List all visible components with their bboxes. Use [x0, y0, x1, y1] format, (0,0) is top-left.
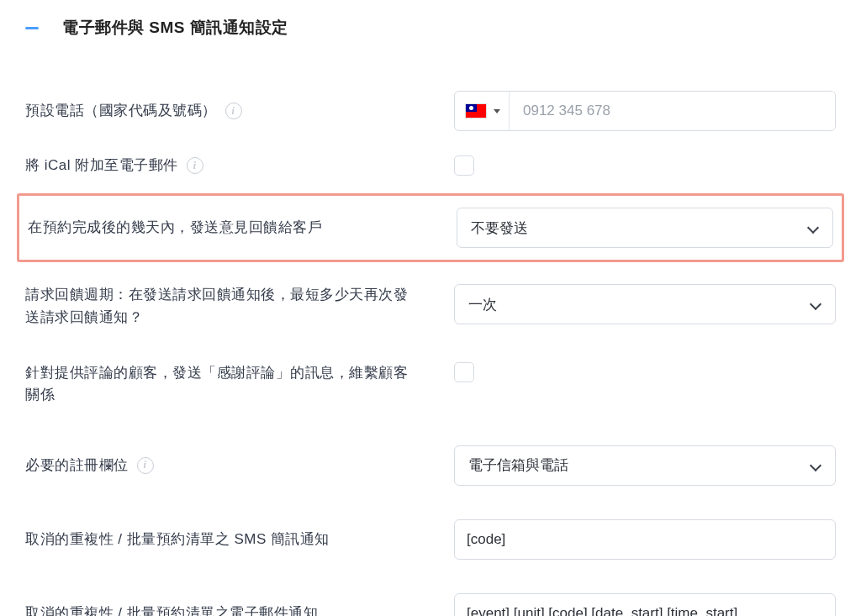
- highlighted-setting: 在預約完成後的幾天內，發送意見回饋給客戶 不要發送: [17, 193, 844, 262]
- row-default-phone: 預設電話（國家代碼及號碼） i: [25, 79, 836, 143]
- label-feedback-after: 在預約完成後的幾天內，發送意見回饋給客戶: [28, 217, 322, 239]
- flag-taiwan-icon: [465, 103, 487, 118]
- row-cancel-email: 取消的重複性 / 批量預約清單之電子郵件通知: [25, 571, 836, 616]
- info-icon[interactable]: i: [225, 103, 242, 119]
- row-required-fields: 必要的註冊欄位 i 電子信箱與電話: [25, 427, 836, 498]
- select-value: 一次: [468, 295, 497, 314]
- info-icon[interactable]: i: [187, 157, 203, 174]
- section-title: 電子郵件與 SMS 簡訊通知設定: [62, 17, 288, 39]
- label-required-fields: 必要的註冊欄位: [25, 455, 129, 476]
- chevron-down-icon: [810, 298, 821, 310]
- cancel-sms-input[interactable]: [454, 519, 836, 560]
- row-feedback-period: 請求回饋週期：在發送請求回饋通知後，最短多少天再次發送請求回饋通知？ 一次: [25, 271, 836, 349]
- info-icon[interactable]: i: [137, 457, 154, 474]
- label-attach-ical: 將 iCal 附加至電子郵件: [25, 155, 178, 176]
- phone-number-input[interactable]: [510, 92, 835, 130]
- collapse-icon[interactable]: [25, 27, 39, 29]
- country-code-select[interactable]: [455, 92, 510, 130]
- select-value: 電子信箱與電話: [468, 455, 568, 475]
- row-thank-review: 針對提供評論的顧客，發送「感謝評論」的訊息，維繫顧客關係: [25, 349, 836, 427]
- thank-review-checkbox[interactable]: [454, 362, 474, 382]
- chevron-down-icon: [810, 460, 821, 471]
- cancel-email-input[interactable]: [454, 593, 836, 616]
- feedback-after-select[interactable]: 不要發送: [457, 208, 833, 248]
- caret-down-icon: [494, 109, 500, 113]
- row-attach-ical: 將 iCal 附加至電子郵件 i: [25, 143, 836, 188]
- label-cancel-sms: 取消的重複性 / 批量預約清單之 SMS 簡訊通知: [25, 529, 330, 550]
- section-header: 電子郵件與 SMS 簡訊通知設定: [25, 17, 836, 39]
- attach-ical-checkbox[interactable]: [454, 155, 474, 176]
- required-fields-select[interactable]: 電子信箱與電話: [454, 445, 836, 486]
- row-cancel-sms: 取消的重複性 / 批量預約清單之 SMS 簡訊通知: [25, 498, 836, 571]
- feedback-period-select[interactable]: 一次: [454, 284, 836, 324]
- label-feedback-period: 請求回饋週期：在發送請求回饋通知後，最短多少天再次發送請求回饋通知？: [25, 284, 412, 329]
- row-feedback-after: 在預約完成後的幾天內，發送意見回饋給客戶 不要發送: [28, 208, 833, 248]
- chevron-down-icon: [807, 222, 819, 234]
- phone-input-group: [454, 91, 836, 131]
- label-default-phone: 預設電話（國家代碼及號碼）: [25, 100, 217, 122]
- select-value: 不要發送: [471, 218, 528, 238]
- label-cancel-email: 取消的重複性 / 批量預約清單之電子郵件通知: [25, 603, 318, 616]
- label-thank-review: 針對提供評論的顧客，發送「感謝評論」的訊息，維繫顧客關係: [25, 362, 412, 407]
